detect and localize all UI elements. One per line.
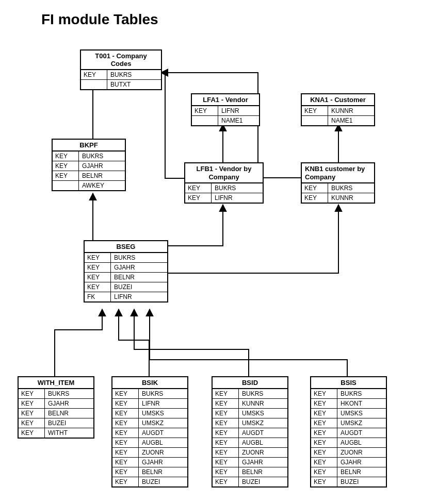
table-row: KEYWITHT: [19, 428, 93, 438]
table-knb1: KNB1 customer by Company KEYBUKRS KEYKUN…: [301, 162, 375, 204]
table-row: KEYAUGDT: [213, 428, 287, 438]
table-row: KEYLIFNR: [192, 106, 259, 116]
table-row: NAME1: [302, 116, 374, 125]
table-bsik: BSIK KEYBUKRS KEYLIFNR KEYUMSKS KEYUMSKZ…: [111, 376, 188, 488]
table-row: KEYBUKRS: [85, 253, 167, 263]
table-row: KEYGJAHR: [311, 458, 386, 467]
table-title: KNA1 - Customer: [302, 94, 374, 106]
table-title: BSIK: [112, 377, 187, 389]
table-title: BSID: [213, 377, 287, 389]
table-title: LFB1 - Vendor by Company: [185, 163, 263, 183]
table-title: WITH_ITEM: [19, 377, 93, 389]
table-row: KEYBUKRS: [19, 389, 93, 399]
table-row: KEYBUZEI: [311, 477, 386, 486]
table-title: T001 - Company Codes: [81, 51, 161, 70]
table-t001: T001 - Company Codes KEYBUKRS BUTXT: [80, 49, 162, 90]
table-row: KEYUMSKS: [311, 409, 386, 418]
table-row: KEYLIFNR: [112, 399, 187, 409]
table-row: KEYBUKRS: [185, 183, 263, 193]
table-row: KEYGJAHR: [19, 399, 93, 409]
table-lfa1: LFA1 - Vendor KEYLIFNR NAME1: [191, 93, 260, 126]
table-row: KEYZUONR: [213, 448, 287, 458]
table-row: KEYBUZEI: [19, 418, 93, 428]
table-title: BSIS: [311, 377, 386, 389]
table-row: KEYGJAHR: [112, 458, 187, 467]
table-row: KEYGJAHR: [53, 161, 125, 171]
table-row: KEYBELNR: [19, 409, 93, 418]
table-row: KEYBUKRS: [302, 183, 374, 193]
table-row: KEYBELNR: [85, 273, 167, 282]
table-row: AWKEY: [53, 181, 125, 190]
table-row: KEYAUGDT: [311, 428, 386, 438]
table-with-item: WITH_ITEM KEYBUKRS KEYGJAHR KEYBELNR KEY…: [18, 376, 94, 439]
table-row: KEYUMSKZ: [213, 418, 287, 428]
table-row: KEYKUNNR: [302, 193, 374, 203]
table-row: KEYAUGBL: [112, 438, 187, 448]
table-row: KEYAUGBL: [213, 438, 287, 448]
table-row: KEYAUGDT: [112, 428, 187, 438]
page-title: FI module Tables: [41, 11, 158, 28]
table-row: KEYKUNNR: [213, 399, 287, 409]
table-row: KEYZUONR: [311, 448, 386, 458]
table-row: KEYBELNR: [311, 467, 386, 477]
table-row: KEYUMSKS: [112, 409, 187, 418]
table-row: KEYLIFNR: [185, 193, 263, 203]
table-row: KEYAUGBL: [311, 438, 386, 448]
table-bsis: BSIS KEYBUKRS KEYHKONT KEYUMSKS KEYUMSKZ…: [310, 376, 387, 488]
table-row: KEYBELNR: [213, 467, 287, 477]
table-lfb1: LFB1 - Vendor by Company KEYBUKRS KEYLIF…: [184, 162, 264, 204]
table-row: KEYUMSKZ: [112, 418, 187, 428]
table-row: NAME1: [192, 116, 259, 125]
table-row: KEYGJAHR: [213, 458, 287, 467]
table-bseg: BSEG KEYBUKRS KEYGJAHR KEYBELNR KEYBUZEI…: [84, 240, 168, 303]
table-title: BKPF: [53, 140, 125, 152]
table-title: BSEG: [85, 241, 167, 253]
table-row: KEYBELNR: [53, 171, 125, 181]
table-row: KEYGJAHR: [85, 263, 167, 273]
table-row: KEYBUZEI: [85, 282, 167, 292]
table-row: KEYUMSKZ: [311, 418, 386, 428]
table-row: KEYBUZEI: [213, 477, 287, 486]
table-title: LFA1 - Vendor: [192, 94, 259, 106]
table-row: KEYBUKRS: [112, 389, 187, 399]
table-title: KNB1 customer by Company: [302, 163, 374, 183]
table-row: KEYKUNNR: [302, 106, 374, 116]
table-row: BUTXT: [81, 80, 161, 89]
table-row: FKLIFNR: [85, 292, 167, 301]
table-row: KEYBUZEI: [112, 477, 187, 486]
table-row: KEYBUKRS: [53, 152, 125, 161]
table-row: KEYBUKRS: [213, 389, 287, 399]
table-bkpf: BKPF KEYBUKRS KEYGJAHR KEYBELNR AWKEY: [52, 139, 126, 191]
table-row: KEYUMSKS: [213, 409, 287, 418]
table-row: KEYHKONT: [311, 399, 386, 409]
table-row: KEYBUKRS: [81, 70, 161, 80]
table-bsid: BSID KEYBUKRS KEYKUNNR KEYUMSKS KEYUMSKZ…: [212, 376, 288, 488]
table-kna1: KNA1 - Customer KEYKUNNR NAME1: [301, 93, 375, 126]
table-row: KEYBELNR: [112, 467, 187, 477]
table-row: KEYBUKRS: [311, 389, 386, 399]
table-row: KEYZUONR: [112, 448, 187, 458]
